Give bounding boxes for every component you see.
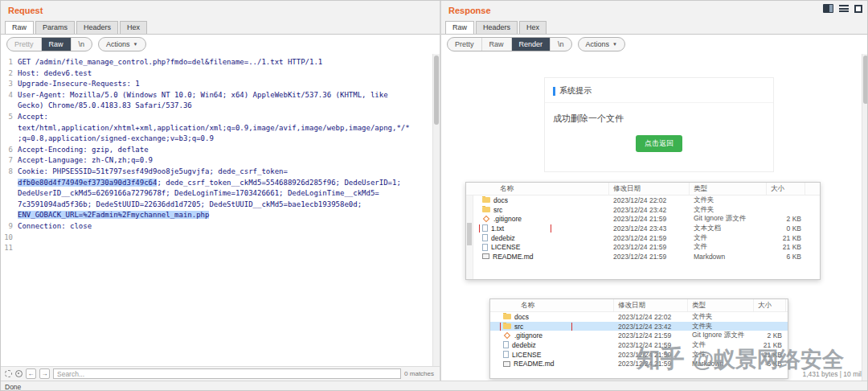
file-icon <box>482 253 489 259</box>
file-row-src[interactable]: src2023/12/24 23:42文件夹 <box>466 205 820 215</box>
file-icon <box>503 341 509 348</box>
folder-icon <box>503 314 511 319</box>
system-dialog: 系统提示 成功删除一个文件 点击返回 <box>544 77 774 172</box>
menu-icon[interactable] <box>839 4 849 13</box>
dialog-message: 成功删除一个文件 <box>545 103 773 125</box>
request-toolbar: PrettyRaw\n Actions ▼ <box>1 35 440 54</box>
request-line: ENV_GOBACK_URL=%2Fadmin%2Fmychannel_main… <box>1 210 432 221</box>
file-row-.gitignore[interactable]: .gitignore2023/12/24 21:59Git Ignore 源文件… <box>490 331 788 340</box>
request-tabs: RawParamsHeadersHex <box>1 20 440 35</box>
chevron-down-icon: ▼ <box>133 42 138 47</box>
tab-hex[interactable]: Hex <box>519 21 547 34</box>
request-line: 7Accept-Language: zh-CN,zh;q=0.9 <box>1 155 432 167</box>
file-icon <box>482 224 488 232</box>
file-row-dedebiz[interactable]: dedebiz2023/12/24 21:59文件21 KB <box>466 233 820 243</box>
tab-headers[interactable]: Headers <box>476 21 518 34</box>
view-linebreak-button[interactable]: \n <box>72 38 92 51</box>
file-row-1.txt[interactable]: 1.txt2023/12/24 23:43文本文档0 KB <box>466 224 820 233</box>
file-explorer-before: 名称修改日期类型大小docs2023/12/24 22:02文件夹src2023… <box>465 182 821 280</box>
tab-params[interactable]: Params <box>35 21 75 34</box>
response-title: Response <box>448 6 491 15</box>
request-scrollbar[interactable] <box>432 54 440 366</box>
tab-raw[interactable]: Raw <box>5 21 34 34</box>
scrollbar-thumb[interactable] <box>863 56 868 104</box>
view-raw-button[interactable]: Raw <box>42 38 72 51</box>
request-line: 3Upgrade-Insecure-Requests: 1 <box>1 79 432 90</box>
folder-icon <box>482 197 490 203</box>
scrollbar-thumb[interactable] <box>467 223 472 245</box>
tab-hex[interactable]: Hex <box>120 21 147 34</box>
explorer-column-headers[interactable]: 名称修改日期类型大小 <box>466 183 820 196</box>
file-row-.gitignore[interactable]: .gitignore2023/12/24 21:59Git Ignore 源文件… <box>466 214 820 224</box>
file-icon <box>503 351 509 358</box>
file-row-LICENSE[interactable]: LICENSE2023/12/24 21:59文件21 KB <box>466 242 820 252</box>
request-line: 8Cookie: PHPSESSID=51t797sesf49d9oo8je5u… <box>1 167 432 178</box>
request-view-toggle: PrettyRaw\n <box>6 37 92 51</box>
dialog-title-row: 系统提示 <box>545 78 773 103</box>
response-scrollbar[interactable] <box>862 54 868 381</box>
request-line: 6Accept-Encoding: gzip, deflate <box>1 145 432 156</box>
accent-bar <box>553 87 555 96</box>
request-panel: Request RawParamsHeadersHex PrettyRaw\n … <box>1 1 440 381</box>
search-match-count: 0 matches <box>404 370 436 377</box>
search-settings-icon[interactable] <box>5 370 12 377</box>
tab-headers[interactable]: Headers <box>76 21 118 34</box>
search-next-button[interactable]: → <box>39 368 50 379</box>
explorer-column-headers[interactable]: 名称修改日期类型大小 <box>490 299 788 312</box>
request-lines: 1GET /admin/file_manage_control.php?fmdo… <box>1 57 432 254</box>
view-raw-button[interactable]: Raw <box>482 38 512 51</box>
return-button[interactable]: 点击返回 <box>636 135 682 152</box>
folder-icon <box>503 323 511 329</box>
response-header: Response <box>441 1 868 20</box>
search-previous-button[interactable]: ← <box>26 368 36 379</box>
view-render-button[interactable]: Render <box>512 38 551 51</box>
view-pretty-button[interactable]: Pretty <box>7 38 42 51</box>
response-toolbar: PrettyRawRender\n Actions ▼ <box>441 35 868 54</box>
request-editor[interactable]: 1GET /admin/file_manage_control.php?fmdo… <box>1 54 432 366</box>
file-row-README.md[interactable]: README.md2023/12/24 21:59Markdown6 KB <box>466 252 820 261</box>
request-line: text/html,application/xhtml+xml,applicat… <box>1 123 432 134</box>
response-view-toggle: PrettyRawRender\n <box>447 37 572 51</box>
file-icon <box>504 332 510 339</box>
watermark-brand: 知乎 <box>637 343 685 376</box>
request-line: DedeUserID__ckMd5=6269166a7279678f; Dede… <box>1 188 432 200</box>
single-pane-icon[interactable] <box>854 5 862 13</box>
file-icon <box>483 216 489 222</box>
request-line: 1GET /admin/file_manage_control.php?fmdo… <box>1 57 432 68</box>
file-icon <box>482 234 488 241</box>
request-line: 11 <box>1 243 432 254</box>
scrollbar-thumb[interactable] <box>434 56 439 125</box>
file-row-src[interactable]: src2023/12/24 23:42文件夹 <box>490 322 788 331</box>
file-row-docs[interactable]: docs2023/12/24 22:02文件夹 <box>490 312 788 322</box>
request-line: 9Connection: close <box>1 221 432 233</box>
search-input[interactable] <box>53 368 401 379</box>
request-line: 2Host: dedev6.test <box>1 68 432 80</box>
file-icon <box>482 244 488 251</box>
request-title: Request <box>8 6 43 15</box>
tab-raw[interactable]: Raw <box>445 21 474 34</box>
request-line: dfb0e80d4f74949ef3730a90d3f49c64; dede_c… <box>1 178 432 189</box>
response-size-status: 1,431 bytes | 10 mil <box>802 370 862 378</box>
request-actions-button[interactable]: Actions ▼ <box>98 37 145 51</box>
split-view-icon[interactable] <box>823 4 833 13</box>
response-actions-button[interactable]: Actions ▼ <box>578 37 625 51</box>
file-icon <box>503 361 510 367</box>
chevron-down-icon: ▼ <box>612 42 617 47</box>
explorer-scrollbar[interactable] <box>466 196 473 279</box>
request-line: 10 <box>1 233 432 244</box>
request-line: 7c3591094ad5f36b; DedeStUUID=22636dd1d72… <box>1 200 432 211</box>
layout-controls <box>823 4 862 13</box>
view-linebreak-button[interactable]: \n <box>551 38 571 51</box>
request-line: 5Accept: <box>1 112 432 123</box>
response-tabs: RawHeadersHex <box>441 20 868 35</box>
search-scope-icon[interactable] <box>15 370 23 377</box>
dialog-title: 系统提示 <box>559 85 592 97</box>
status-bar: Done <box>1 381 868 391</box>
view-pretty-button[interactable]: Pretty <box>448 38 482 51</box>
request-header: Request <box>1 1 440 20</box>
status-text: Done <box>5 383 21 391</box>
response-render-area: 系统提示 成功删除一个文件 点击返回 名称修改日期类型大小docs2023/12… <box>441 54 862 381</box>
file-row-docs[interactable]: docs2023/12/24 22:02文件夹 <box>466 196 820 205</box>
request-line: ;q=0.8,application/signed-exchange;v=b3;… <box>1 134 432 145</box>
actions-label: Actions <box>106 40 130 48</box>
